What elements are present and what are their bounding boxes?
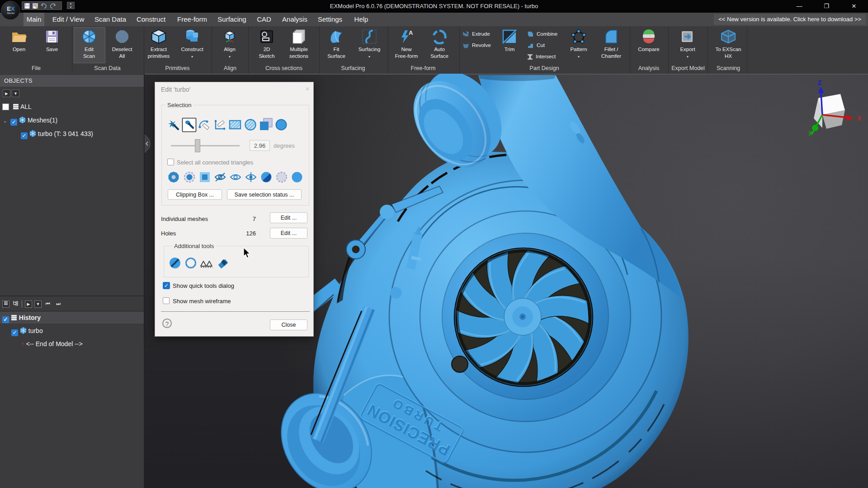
svg-text:Z: Z xyxy=(818,79,822,86)
svg-text:X: X xyxy=(857,115,862,122)
svg-text:A: A xyxy=(409,29,413,36)
svg-text:y: y xyxy=(808,129,812,136)
